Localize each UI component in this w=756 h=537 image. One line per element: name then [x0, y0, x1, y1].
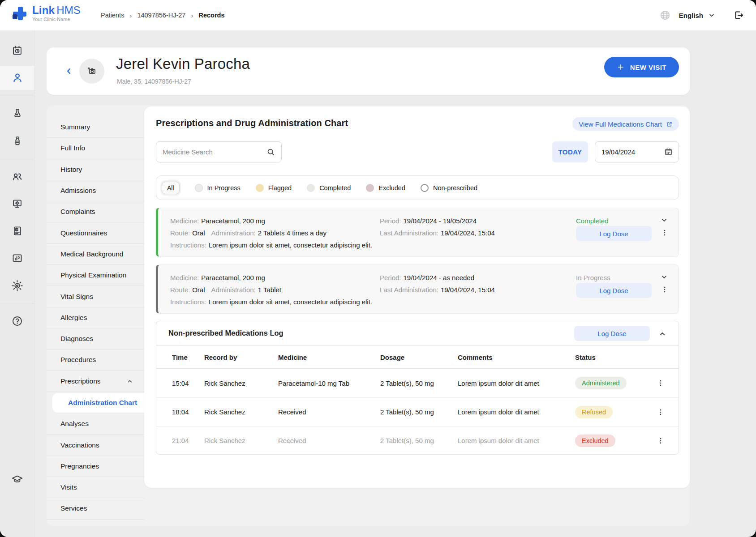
- nav-item-admissions[interactable]: Admissions: [47, 180, 144, 201]
- cell-comments: Lorem ipsum dolor dit amet: [458, 437, 575, 444]
- kebab-menu-icon[interactable]: [657, 379, 679, 387]
- calendar-icon[interactable]: [664, 147, 673, 157]
- rail-divider: [0, 303, 34, 303]
- nav-item-physical-examination[interactable]: Physical Examination: [47, 265, 144, 286]
- period-line: Period:19/04/2024 - as needed: [380, 273, 474, 283]
- nav-item-medical-background[interactable]: Medical Background: [47, 244, 144, 265]
- log-dose-button[interactable]: Log Dose: [576, 226, 652, 241]
- pharmacy-icon[interactable]: [9, 132, 26, 150]
- breadcrumb-patients[interactable]: Patients: [101, 12, 124, 19]
- breadcrumb: Patients › 14097856-HJ-27 › Records: [101, 0, 224, 30]
- new-visit-button[interactable]: NEW VISIT: [604, 57, 679, 77]
- cell-medicine: Paracetamol-10 mg Tab: [278, 379, 380, 387]
- breadcrumb-separator: ›: [129, 12, 132, 19]
- laboratory-icon[interactable]: [9, 104, 26, 122]
- col-medicine: Medicine: [278, 354, 380, 361]
- nav-item-history[interactable]: History: [47, 159, 144, 180]
- nav-item-services[interactable]: Services: [47, 498, 144, 519]
- kebab-menu-icon[interactable]: [657, 408, 679, 416]
- kebab-menu-icon[interactable]: [657, 437, 679, 445]
- status-pill-excluded: Excluded: [575, 435, 615, 447]
- nav-item-procedures[interactable]: Procedures: [47, 349, 144, 371]
- topbar: LinkHMS Your Clinic Name Patients › 1409…: [0, 0, 756, 30]
- chevron-down-icon[interactable]: [660, 216, 669, 225]
- nav-item-full-info[interactable]: Full Info: [47, 138, 144, 159]
- patient-meta: Male, 35, 14097856-HJ-27: [117, 78, 191, 85]
- col-status: Status: [575, 354, 657, 361]
- nav-item-label: Allergies: [60, 314, 87, 322]
- log-row-administered: 15:04 Rick Sanchez Paracetamol-10 mg Tab…: [156, 369, 679, 397]
- filter-non-prescribed[interactable]: Non-prescribed: [421, 184, 477, 192]
- globe-icon: [659, 9, 671, 21]
- icon-rail: [0, 30, 35, 537]
- workstation-icon[interactable]: [9, 195, 26, 213]
- nav-item-complaints[interactable]: Complaints: [47, 201, 144, 222]
- filter-all-chip[interactable]: All: [162, 182, 180, 194]
- nav-item-label: Diagnoses: [60, 335, 93, 343]
- avatar[interactable]: [79, 59, 104, 84]
- breadcrumb-patient-id[interactable]: 14097856-HJ-27: [137, 12, 185, 19]
- cell-comments: Lorem ipsum dolor dit amet: [458, 408, 575, 416]
- language-selector[interactable]: English: [679, 11, 716, 19]
- kebab-menu-icon[interactable]: [661, 229, 669, 237]
- billing-icon[interactable]: [9, 222, 26, 240]
- nav-item-pregnancies[interactable]: Pregnancies: [47, 456, 144, 477]
- reports-icon[interactable]: [9, 249, 26, 267]
- education-icon[interactable]: [9, 470, 26, 488]
- filter-label: Non-prescribed: [433, 184, 477, 192]
- instructions-line: Instructions:Lorem ipsum dolor sit amet,…: [170, 297, 372, 307]
- external-link-icon: [666, 121, 673, 128]
- new-visit-label: NEW VISIT: [630, 64, 666, 71]
- settings-gear-icon[interactable]: [9, 277, 26, 294]
- filter-flagged[interactable]: Flagged: [256, 184, 292, 192]
- kebab-menu-icon[interactable]: [661, 286, 669, 294]
- staff-icon[interactable]: [9, 167, 26, 185]
- nav-item-analyses[interactable]: Analyses: [47, 413, 144, 435]
- chevron-up-icon: [126, 378, 133, 385]
- view-full-medications-label: View Full Medications Chart: [579, 120, 662, 128]
- chevron-up-icon[interactable]: [658, 329, 667, 338]
- nav-item-allergies[interactable]: Allergies: [47, 307, 144, 328]
- cell-record-by: Rick Sanchez: [204, 437, 278, 444]
- filter-excluded[interactable]: Excluded: [366, 184, 405, 192]
- filter-completed[interactable]: Completed: [307, 184, 351, 192]
- instructions-line: Instructions:Lorem ipsum dolor sit amet,…: [170, 240, 372, 250]
- view-full-medications-link[interactable]: View Full Medications Chart: [572, 117, 679, 131]
- patients-icon[interactable]: [9, 69, 26, 87]
- log-dose-button[interactable]: Log Dose: [576, 283, 652, 298]
- nav-item-label: Pregnancies: [60, 462, 99, 470]
- brand-tagline: Your Clinic Name: [32, 17, 81, 22]
- logout-icon[interactable]: [734, 10, 744, 21]
- medicine-search-input[interactable]: [156, 148, 266, 156]
- today-button[interactable]: TODAY: [552, 141, 588, 162]
- nav-item-label: Physical Examination: [60, 271, 126, 279]
- chevron-down-icon[interactable]: [660, 273, 669, 281]
- search-icon[interactable]: [266, 147, 275, 157]
- nav-item-prescriptions[interactable]: Prescriptions: [47, 371, 144, 392]
- filter-label: In Progress: [207, 184, 241, 192]
- nav-item-summary[interactable]: Summary: [47, 117, 144, 138]
- log-table-header: Time Record by Medicine Dosage Comments …: [156, 346, 679, 369]
- nav-item-label: Prescriptions: [60, 377, 101, 385]
- nav-item-diagnoses[interactable]: Diagnoses: [47, 328, 144, 349]
- filter-in-progress[interactable]: In Progress: [195, 184, 241, 192]
- non-prescribed-log: Non-prescribed Medications Log Log Dose …: [156, 321, 679, 455]
- log-dose-button[interactable]: Log Dose: [574, 326, 650, 341]
- chevron-down-icon: [708, 11, 716, 19]
- nav-item-vital-signs[interactable]: Vital Signs: [47, 286, 144, 307]
- nav-item-questionnaires[interactable]: Questionnaires: [47, 222, 144, 243]
- breadcrumb-separator: ›: [191, 12, 193, 19]
- filter-label: Completed: [319, 184, 351, 192]
- back-icon[interactable]: [62, 64, 76, 78]
- nav-subitem-administration-chart[interactable]: Administration Chart: [52, 393, 144, 413]
- cell-dosage: 2 Tablet(s), 50 mg: [380, 379, 458, 387]
- status-pill-refused: Refused: [575, 406, 613, 418]
- nav-item-visits[interactable]: Visits: [47, 477, 144, 498]
- date-picker[interactable]: 19/04/2024: [595, 141, 679, 162]
- filter-label: Flagged: [268, 184, 292, 192]
- schedule-calendar-icon[interactable]: [9, 42, 26, 60]
- col-record-by: Record by: [204, 354, 278, 361]
- nav-item-vaccinations[interactable]: Vaccinations: [47, 435, 144, 456]
- status-badge: In Progress: [576, 273, 610, 283]
- help-icon[interactable]: [9, 312, 26, 330]
